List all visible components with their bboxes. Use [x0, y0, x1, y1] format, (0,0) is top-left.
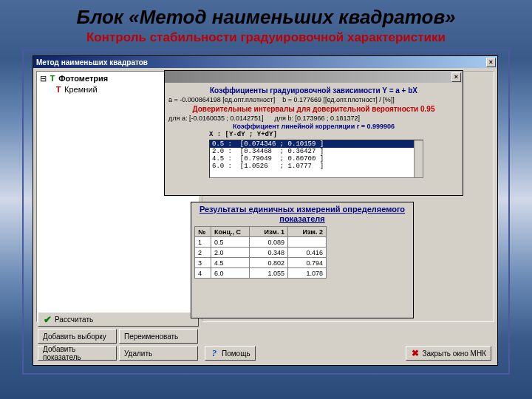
button-label: Добавить показатель — [43, 345, 112, 361]
coefficients-dialog: × Коэффициенты градуировочной зависимост… — [164, 70, 463, 196]
close-main-button[interactable]: ✖ Закрыть окно МНК — [406, 346, 491, 361]
table-row[interactable]: 2 2.0 0.348 0.416 — [195, 248, 327, 258]
delete-button[interactable]: Удалить — [119, 346, 198, 361]
tree-item-label: Кремний — [64, 85, 98, 94]
slide-subtitle: Контроль стабильности градуировочной хар… — [0, 30, 532, 45]
button-label: Переименовать — [124, 332, 178, 341]
tree-glyph-icon: T — [55, 85, 62, 94]
help-icon: ? — [210, 349, 219, 358]
list-item[interactable]: 0.5 : [0.074346 ; 0.10159 ] — [210, 140, 423, 148]
list-header: X : [Y-dY ; Y+dY] — [209, 131, 459, 138]
coef-a-line: a = -0.000864198 [ед.опт.плотност] b = 0… — [168, 96, 459, 103]
button-label: Закрыть окно МНК — [423, 349, 486, 358]
close-icon[interactable]: × — [451, 72, 461, 82]
main-titlebar: Метод наименьших квадратов × — [33, 56, 497, 68]
results-dialog: Результаты единичных измерений определяе… — [191, 202, 414, 318]
results-table: № Конц., C Изм. 1 Изм. 2 1 0.5 0.089 2 2… — [194, 226, 327, 279]
results-heading: Результаты единичных измерений определяе… — [191, 202, 413, 225]
table-row[interactable]: 1 0.5 0.089 — [195, 237, 327, 248]
tree-item-label: Фотометрия — [58, 74, 108, 83]
col-m1: Изм. 1 — [250, 227, 288, 237]
ci-heading: Доверительные интервалы для доверительно… — [168, 105, 459, 113]
bottom-button-row-mid: ? Помощь — [205, 346, 256, 361]
button-label: Удалить — [124, 349, 152, 358]
table-row[interactable]: 3 4.5 0.802 0.794 — [195, 258, 327, 268]
check-icon: ✔ — [43, 315, 52, 324]
button-label: Рассчитать — [55, 316, 93, 324]
help-button[interactable]: ? Помощь — [205, 346, 256, 361]
intervals-listbox[interactable]: 0.5 : [0.074346 ; 0.10159 ] 2.0 : [0.344… — [209, 140, 423, 178]
list-item[interactable]: 6.0 : [1.0526 ; 1.0777 ] — [210, 163, 423, 170]
add-indicator-button[interactable]: Добавить показатель — [38, 346, 117, 361]
col-m2: Изм. 2 — [288, 227, 327, 237]
table-header-row: № Конц., C Изм. 1 Изм. 2 — [195, 227, 327, 237]
button-label: Добавить выборку — [43, 332, 106, 341]
add-sample-button[interactable]: Добавить выборку — [38, 329, 117, 344]
button-label: Помощь — [222, 349, 250, 358]
scrollbar[interactable] — [414, 140, 423, 177]
close-icon[interactable]: × — [486, 58, 496, 67]
minus-icon: ⊟ — [40, 74, 47, 83]
rename-button[interactable]: Переименовать — [119, 329, 198, 344]
slide-title: Блок «Метод наименьших квадратов» — [0, 6, 532, 29]
col-number: № — [195, 227, 211, 237]
dialog-body: Коэффициенты градуировочной зависимости … — [165, 83, 463, 180]
calculate-button[interactable]: ✔ Рассчитать — [38, 312, 199, 327]
x-icon: ✖ — [411, 349, 420, 358]
corr-line: Коэффициент линейной корреляции r = 0.99… — [168, 123, 459, 130]
table-row[interactable]: 4 6.0 1.055 1.078 — [195, 268, 327, 279]
coef-heading: Коэффициенты градуировочной зависимости … — [168, 86, 459, 95]
tree-glyph-icon: T — [49, 74, 56, 83]
bottom-button-row-left: ✔ Рассчитать Добавить выборку Переименов… — [38, 312, 199, 361]
col-conc: Конц., C — [211, 227, 250, 237]
slide-frame: Метод наименьших квадратов × ⊟ T Фотомет… — [22, 50, 510, 375]
ci-line: для a: [-0.0160035 ; 0.0142751] для b: [… — [168, 115, 459, 122]
list-item[interactable]: 4.5 : [0.79049 ; 0.80700 ] — [210, 155, 423, 163]
main-title-text: Метод наименьших квадратов — [36, 58, 148, 66]
dialog-titlebar: × — [165, 71, 463, 83]
list-item[interactable]: 2.0 : [0.34468 ; 0.36427 ] — [210, 148, 423, 155]
